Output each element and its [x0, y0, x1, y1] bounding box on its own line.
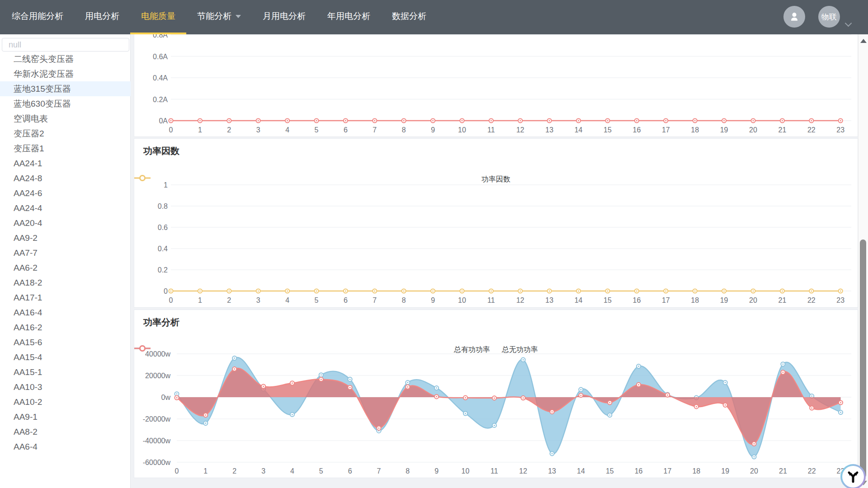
svg-text:1: 1 [203, 467, 208, 475]
svg-text:7: 7 [377, 467, 381, 475]
device-list-item[interactable]: AA16-4 [0, 305, 131, 320]
svg-text:21: 21 [779, 467, 787, 475]
svg-text:17: 17 [664, 467, 672, 475]
device-list-item[interactable]: AA24-8 [0, 171, 131, 186]
svg-text:2: 2 [227, 126, 231, 134]
device-list-item[interactable]: AA6-4 [0, 439, 131, 454]
device-list-item[interactable]: AA15-1 [0, 365, 131, 380]
svg-text:0: 0 [175, 467, 179, 475]
svg-text:22: 22 [808, 467, 816, 475]
svg-text:1: 1 [164, 181, 168, 189]
power-factor-chart: 10.80.60.40.2001234567891011121314151617… [134, 139, 858, 307]
svg-text:18: 18 [692, 467, 700, 475]
device-list-item[interactable]: 变压器1 [0, 141, 131, 156]
floating-logo-widget[interactable] [840, 464, 866, 488]
svg-text:12: 12 [516, 126, 524, 134]
navbar-right: 物联 [760, 0, 868, 34]
device-list-item[interactable]: 华新水泥变压器 [0, 66, 131, 81]
svg-text:0.4: 0.4 [158, 245, 168, 253]
device-list-item[interactable]: AA8-2 [0, 424, 131, 439]
nav-tab[interactable]: 用电分析 [74, 0, 130, 34]
svg-text:21: 21 [778, 126, 787, 134]
svg-text:9: 9 [431, 296, 435, 304]
nav-tab-label: 节能分析 [197, 10, 231, 22]
svg-text:9: 9 [434, 467, 439, 475]
svg-text:8: 8 [406, 467, 410, 475]
device-list-item[interactable]: 变压器2 [0, 126, 131, 141]
device-list-item[interactable]: 二线窑头变压器 [0, 52, 131, 66]
svg-text:2: 2 [232, 467, 236, 475]
svg-text:6: 6 [344, 126, 348, 134]
device-list-item[interactable]: AA9-1 [0, 409, 131, 424]
device-list: 二线窑头变压器华新水泥变压器蓝地315变压器蓝地630变压器空调电表变压器2变压… [0, 52, 131, 454]
svg-text:23: 23 [836, 296, 844, 304]
device-list-item[interactable]: AA20-4 [0, 216, 131, 230]
device-list-item[interactable]: AA15-6 [0, 335, 131, 350]
user-avatar[interactable] [783, 6, 805, 28]
svg-text:0.6: 0.6 [158, 224, 168, 231]
svg-text:4: 4 [285, 126, 289, 134]
device-list-item[interactable]: AA24-1 [0, 156, 131, 171]
nav-tab-label: 月用电分析 [263, 10, 306, 22]
nav-tab[interactable]: 节能分析 [186, 0, 252, 34]
nav-tab-label: 数据分析 [392, 10, 426, 22]
logo-circle [842, 466, 864, 488]
trident-logo-icon [846, 470, 860, 483]
tenant-badge[interactable]: 物联 [818, 6, 840, 28]
svg-text:6: 6 [344, 296, 348, 304]
svg-text:0.6A: 0.6A [153, 53, 168, 61]
svg-text:7: 7 [373, 296, 377, 304]
svg-text:40000w: 40000w [145, 350, 170, 358]
svg-text:19: 19 [720, 296, 728, 304]
chevron-down-icon [236, 15, 241, 18]
device-search-input[interactable] [2, 38, 129, 52]
device-list-item[interactable]: AA18-2 [0, 275, 131, 290]
svg-text:14: 14 [577, 467, 585, 475]
device-list-item[interactable]: AA10-3 [0, 380, 131, 394]
svg-text:5: 5 [319, 467, 323, 475]
device-list-item[interactable]: AA15-4 [0, 350, 131, 365]
svg-text:2: 2 [227, 296, 231, 304]
device-list-item[interactable]: AA24-4 [0, 201, 131, 216]
nav-tab[interactable]: 电能质量 [130, 0, 186, 34]
nav-tab-label: 年用电分析 [327, 10, 370, 22]
device-list-item[interactable]: AA10-2 [0, 394, 131, 409]
power-factor-panel: 功率因数 功率因数 10.80.60.40.200123456789101112… [134, 138, 858, 308]
device-list-item[interactable]: AA6-2 [0, 260, 131, 275]
nav-tab-label: 电能质量 [141, 10, 175, 22]
svg-text:16: 16 [633, 296, 641, 304]
svg-text:18: 18 [691, 296, 699, 304]
device-list-item[interactable]: AA17-1 [0, 290, 131, 305]
nav-tab[interactable]: 年用电分析 [316, 0, 381, 34]
svg-text:19: 19 [720, 126, 728, 134]
svg-text:3: 3 [261, 467, 265, 475]
svg-text:0A: 0A [159, 117, 168, 125]
nav-tab[interactable]: 综合用能分析 [1, 0, 74, 34]
device-list-item[interactable]: AA24-6 [0, 186, 131, 201]
user-icon [788, 11, 800, 23]
scrollbar-thumb[interactable] [860, 239, 866, 478]
power-analysis-panel: 功率分析 总有功功率 总无功功率 40000w20000w0w-20000w-4… [134, 310, 858, 478]
svg-text:22: 22 [807, 296, 816, 304]
device-list-item[interactable]: AA9-2 [0, 230, 131, 245]
tenant-badge-label: 物联 [821, 12, 837, 22]
nav-tab[interactable]: 数据分析 [381, 0, 437, 34]
device-list-item[interactable]: 空调电表 [0, 111, 131, 126]
svg-text:0.2A: 0.2A [153, 96, 168, 103]
nav-tab[interactable]: 月用电分析 [252, 0, 316, 34]
svg-text:20: 20 [750, 467, 758, 475]
svg-text:15: 15 [604, 296, 612, 304]
device-list-item[interactable]: AA7-7 [0, 245, 131, 260]
device-list-item[interactable]: AA16-2 [0, 320, 131, 335]
chevron-down-icon[interactable] [845, 20, 852, 27]
svg-text:10: 10 [462, 467, 470, 475]
svg-text:16: 16 [633, 126, 641, 134]
svg-text:12: 12 [519, 467, 527, 475]
scroll-up-arrow-icon[interactable] [860, 39, 867, 43]
device-list-item[interactable]: 蓝地315变压器 [0, 81, 131, 96]
svg-text:3: 3 [256, 126, 260, 134]
svg-text:6: 6 [348, 467, 352, 475]
vertical-scrollbar[interactable] [858, 34, 868, 488]
device-list-item[interactable]: 蓝地630变压器 [0, 96, 131, 111]
svg-text:17: 17 [662, 126, 670, 134]
